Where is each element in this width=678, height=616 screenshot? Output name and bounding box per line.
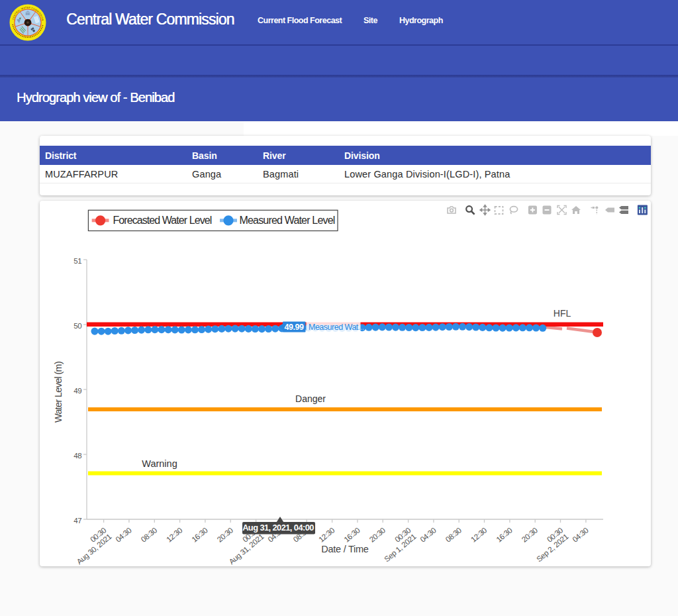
svg-text:Date / Time: Date / Time — [321, 544, 369, 554]
svg-text:08:30: 08:30 — [139, 526, 158, 544]
svg-text:48: 48 — [73, 452, 81, 460]
svg-text:12:30: 12:30 — [316, 526, 336, 544]
svg-text:20:30: 20:30 — [520, 526, 539, 544]
svg-text:04:30: 04:30 — [114, 526, 133, 544]
svg-text:Danger: Danger — [295, 393, 326, 404]
svg-text:49.99: 49.99 — [285, 323, 304, 332]
svg-text:20:30: 20:30 — [215, 526, 234, 544]
svg-text:08:30: 08:30 — [444, 526, 463, 544]
svg-text:Measured Water Level: Measured Water Level — [240, 215, 335, 226]
svg-text:50: 50 — [73, 322, 81, 330]
svg-text:51: 51 — [73, 257, 81, 265]
svg-text:12:30: 12:30 — [164, 526, 183, 544]
svg-text:Warning: Warning — [142, 458, 177, 469]
svg-text:Forecasted Water Level: Forecasted Water Level — [113, 215, 212, 226]
svg-text:HFL: HFL — [554, 308, 571, 319]
svg-text:00:30Aug 30, 2021: 00:30Aug 30, 2021 — [70, 526, 113, 566]
svg-text:Measured Wat...: Measured Wat... — [309, 323, 364, 332]
svg-text:12:30: 12:30 — [469, 526, 488, 544]
svg-text:49: 49 — [73, 387, 81, 395]
svg-text:Water Level (m): Water Level (m) — [53, 362, 64, 423]
svg-text:16:30: 16:30 — [342, 526, 362, 544]
svg-text:20:30: 20:30 — [367, 526, 387, 544]
svg-text:Aug 31, 2021, 04:00: Aug 31, 2021, 04:00 — [242, 523, 314, 533]
svg-text:47: 47 — [73, 517, 81, 525]
svg-text:16:30: 16:30 — [190, 526, 209, 544]
svg-text:04:30: 04:30 — [418, 526, 438, 544]
svg-text:04:30: 04:30 — [571, 526, 590, 544]
svg-text:16:30: 16:30 — [495, 526, 514, 544]
